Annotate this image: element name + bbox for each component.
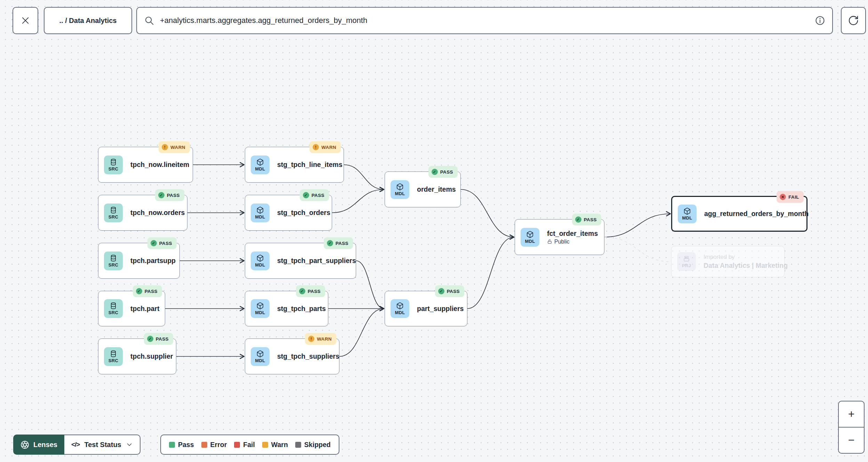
pass-icon: ✓ — [158, 192, 164, 198]
node-type-chip: MDL — [251, 299, 270, 318]
node-tpch_supplier[interactable]: ✓PASSSRCtpch.supplier — [98, 338, 176, 374]
lens-selected-label: Test Status — [84, 441, 121, 449]
refresh-button[interactable] — [841, 7, 866, 34]
node-type-chip: MDL — [251, 347, 270, 366]
node-name: part_suppliers — [417, 305, 464, 313]
node-type-label: MDL — [395, 191, 405, 196]
pass-icon: ✓ — [327, 240, 333, 246]
node-name: order_items — [417, 185, 456, 193]
database-icon — [110, 206, 117, 214]
status-badge: !WARN — [310, 141, 341, 153]
legend-swatch — [201, 442, 207, 448]
close-button[interactable] — [13, 7, 38, 34]
pass-icon: ✓ — [438, 288, 444, 294]
search-icon — [144, 15, 154, 26]
legend-item-fail: Fail — [234, 441, 255, 449]
node-stg_tpch_part_suppliers[interactable]: ✓PASSMDLstg_tpch_part_suppliers — [245, 243, 356, 279]
node-type-label: MDL — [255, 166, 265, 172]
node-stg_tpch_suppliers[interactable]: !WARNMDLstg_tpch_suppliers — [245, 338, 339, 374]
node-tpch_now_lineitem[interactable]: !WARNSRCtpch_now.lineitem — [98, 147, 193, 183]
node-type-chip: MDL — [251, 204, 270, 222]
node-part_suppliers[interactable]: ✓PASSMDLpart_suppliers — [385, 291, 467, 326]
node-imported_by[interactable]: PRJImported byData Analytics | Marketing — [671, 246, 785, 277]
status-badge: ✓PASS — [324, 237, 353, 249]
status-badge-label: PASS — [312, 193, 324, 198]
status-badge-label: PASS — [167, 193, 180, 198]
status-badge: ✓PASS — [144, 333, 173, 345]
node-order_items[interactable]: ✓PASSMDLorder_items — [385, 172, 461, 207]
node-type-chip: SRC — [104, 156, 123, 174]
node-name: stg_tpch_line_items — [277, 161, 342, 169]
status-badge-label: WARN — [170, 145, 185, 150]
breadcrumb: .. / Data Analytics — [59, 17, 117, 25]
node-type-chip: PRJ — [677, 252, 696, 271]
node-tpch_partsupp[interactable]: ✓PASSSRCtpch.partsupp — [98, 243, 180, 279]
node-name: Data Analytics | Marketing — [704, 262, 784, 270]
warn-icon: ! — [162, 144, 168, 150]
node-type-chip: SRC — [104, 252, 123, 270]
node-name: stg_tpch_parts — [277, 305, 326, 313]
breadcrumb-button[interactable]: .. / Data Analytics — [44, 7, 132, 34]
node-type-label: SRC — [108, 214, 118, 220]
model-icon — [526, 231, 534, 238]
node-stg_tpch_orders[interactable]: ✓PASSMDLstg_tpch_orders — [245, 195, 332, 231]
node-name: tpch.partsupp — [130, 257, 176, 265]
legend-swatch — [262, 442, 268, 448]
status-badge-label: PASS — [159, 241, 172, 246]
pass-icon: ✓ — [303, 192, 309, 198]
lens-selector-test-status[interactable]: </> Test Status — [64, 435, 140, 455]
model-icon — [683, 207, 691, 215]
node-overline: Imported by — [704, 254, 784, 261]
status-badge: ✓PASS — [147, 237, 177, 249]
node-type-label: MDL — [682, 215, 692, 221]
legend-swatch — [169, 442, 175, 448]
status-badge-label: PASS — [447, 289, 460, 294]
node-stg_tpch_parts[interactable]: ✓PASSMDLstg_tpch_parts — [245, 291, 328, 326]
fail-icon: ✕ — [780, 194, 786, 200]
node-type-label: SRC — [108, 262, 118, 268]
legend-swatch — [295, 442, 301, 448]
node-type-label: MDL — [255, 262, 265, 268]
status-badge-label: PASS — [308, 289, 321, 294]
pass-icon: ✓ — [147, 336, 153, 342]
status-badge-label: WARN — [317, 336, 332, 342]
status-badge: ✓PASS — [435, 285, 464, 297]
node-type-chip: SRC — [104, 299, 123, 318]
status-badge: ✓PASS — [300, 189, 329, 201]
node-type-label: MDL — [255, 358, 265, 363]
status-badge: ✓PASS — [133, 285, 162, 297]
node-name: tpch.supplier — [130, 352, 173, 360]
legend-item-skipped: Skipped — [295, 441, 331, 449]
zoom-in-button[interactable]: + — [839, 401, 864, 427]
pass-icon: ✓ — [432, 169, 438, 175]
node-name: stg_tpch_suppliers — [277, 352, 339, 360]
model-icon — [396, 302, 404, 310]
node-type-chip: SRC — [104, 204, 123, 222]
legend-item-error: Error — [201, 441, 227, 449]
lenses-button[interactable]: Lenses — [13, 435, 64, 455]
node-stg_tpch_line_items[interactable]: !WARNMDLstg_tpch_line_items — [245, 147, 344, 183]
database-icon — [110, 350, 117, 358]
node-tpch_now_orders[interactable]: ✓PASSSRCtpch_now.orders — [98, 195, 187, 231]
node-fct_order_items[interactable]: ✓PASSMDLfct_order_itemsPublic — [515, 219, 604, 255]
status-badge-label: PASS — [156, 336, 169, 342]
node-type-label: SRC — [108, 310, 118, 315]
node-type-chip: MDL — [391, 180, 409, 199]
model-icon — [256, 206, 264, 214]
zoom-out-button[interactable]: − — [839, 427, 864, 453]
status-badge-label: FAIL — [788, 194, 799, 200]
search-input[interactable] — [159, 16, 810, 25]
node-type-chip: MDL — [391, 299, 409, 318]
node-type-label: SRC — [108, 358, 118, 363]
node-tpch_part[interactable]: ✓PASSSRCtpch.part — [98, 291, 165, 326]
status-badge-label: PASS — [584, 217, 597, 222]
node-agg_returned_orders_by_month[interactable]: ✕FAILMDLagg_returned_orders_by_month — [671, 196, 807, 232]
model-icon — [256, 158, 264, 166]
node-type-chip: MDL — [678, 205, 697, 223]
test-status-legend: PassErrorFailWarnSkipped — [160, 435, 339, 455]
lock-open-icon — [547, 239, 552, 244]
node-name: tpch_now.orders — [130, 209, 185, 217]
info-icon[interactable] — [815, 15, 825, 26]
node-type-chip: SRC — [104, 347, 123, 366]
legend-item-pass: Pass — [169, 441, 194, 449]
